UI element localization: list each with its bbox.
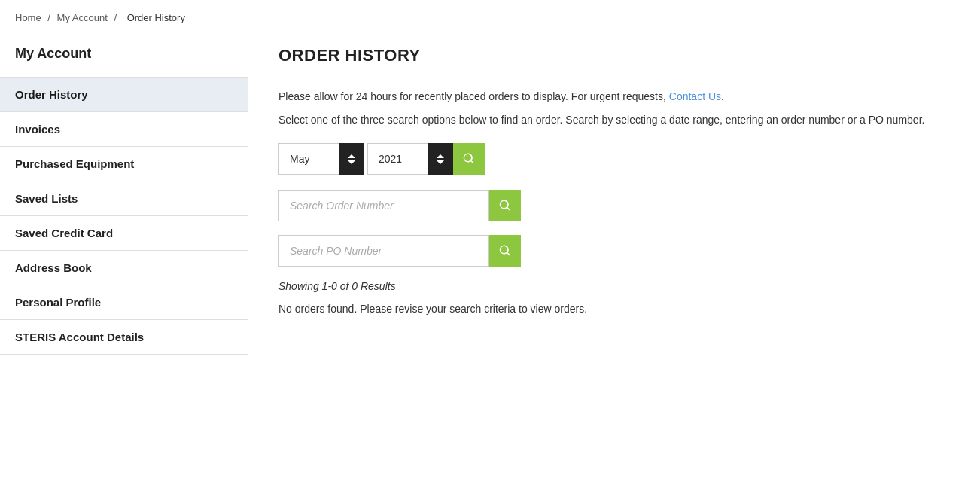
info-line2: Select one of the three search options b… bbox=[278, 112, 950, 128]
date-search-button[interactable] bbox=[453, 143, 485, 175]
year-up-arrow bbox=[437, 154, 444, 158]
sidebar-item-order-history[interactable]: Order History bbox=[0, 77, 248, 111]
sidebar-title: My Account bbox=[0, 38, 248, 77]
order-number-search-row bbox=[278, 190, 950, 221]
order-search-button[interactable] bbox=[489, 190, 521, 221]
sidebar-item-steris-account-details[interactable]: STERIS Account Details bbox=[0, 319, 248, 355]
sidebar-item-purchased-equipment[interactable]: Purchased Equipment bbox=[0, 146, 248, 181]
sidebar-item-address-book[interactable]: Address Book bbox=[0, 250, 248, 285]
year-spinner[interactable] bbox=[428, 143, 453, 175]
search-icon bbox=[498, 244, 512, 258]
po-number-input[interactable] bbox=[278, 235, 489, 267]
contact-us-link[interactable]: Contact Us bbox=[669, 90, 721, 102]
month-up-arrow bbox=[348, 154, 355, 158]
results-info: Showing 1-0 of 0 Results bbox=[278, 280, 950, 292]
sidebar-item-saved-lists[interactable]: Saved Lists bbox=[0, 181, 248, 215]
year-down-arrow bbox=[437, 160, 444, 164]
breadcrumb-my-account[interactable]: My Account bbox=[57, 12, 108, 23]
no-results-message: No orders found. Please revise your sear… bbox=[278, 303, 950, 315]
main-content: ORDER HISTORY Please allow for 24 hours … bbox=[248, 31, 980, 468]
po-search-button[interactable] bbox=[489, 235, 521, 267]
breadcrumb: Home / My Account / Order History bbox=[0, 0, 980, 31]
month-display: May bbox=[278, 143, 339, 175]
year-display: 2021 bbox=[367, 143, 428, 175]
sidebar: My Account Order History Invoices Purcha… bbox=[0, 31, 248, 468]
year-selector: 2021 bbox=[367, 143, 453, 175]
po-number-search-row bbox=[278, 235, 950, 267]
sidebar-item-invoices[interactable]: Invoices bbox=[0, 111, 248, 146]
breadcrumb-current: Order History bbox=[127, 12, 185, 23]
date-range-row: May 2021 bbox=[278, 143, 950, 175]
sidebar-item-saved-credit-card[interactable]: Saved Credit Card bbox=[0, 215, 248, 250]
month-down-arrow bbox=[348, 160, 355, 164]
order-number-input[interactable] bbox=[278, 190, 489, 221]
sidebar-item-personal-profile[interactable]: Personal Profile bbox=[0, 285, 248, 319]
breadcrumb-home[interactable]: Home bbox=[15, 12, 41, 23]
month-selector: May bbox=[278, 143, 364, 175]
page-title: ORDER HISTORY bbox=[278, 46, 950, 75]
search-icon bbox=[498, 199, 512, 212]
info-line1: Please allow for 24 hours for recently p… bbox=[278, 89, 950, 105]
search-icon bbox=[462, 152, 476, 166]
search-section: May 2021 bbox=[278, 143, 950, 267]
month-spinner[interactable] bbox=[339, 143, 364, 175]
